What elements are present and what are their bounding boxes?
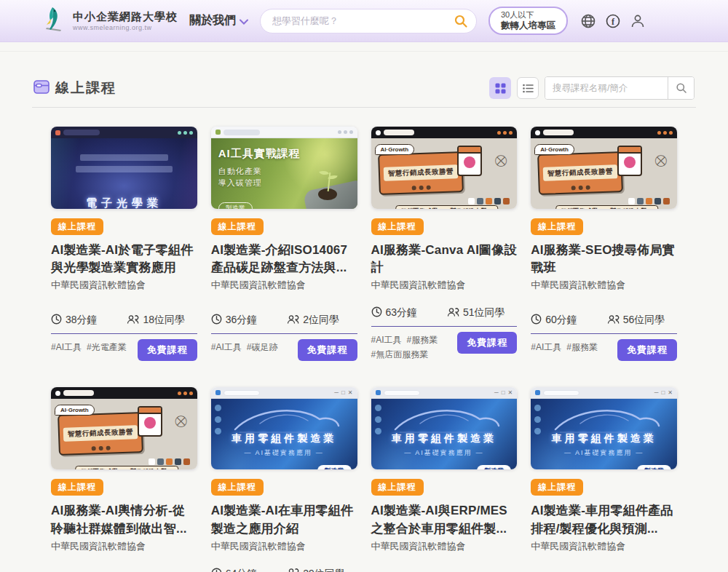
course-search-button[interactable] (668, 77, 694, 99)
course-title[interactable]: AI製造業-介紹ISO14067產品碳足跡盤查方法與... (211, 242, 357, 277)
card-footer: #AI工具#服務業#無店面服務業 免費課程 (371, 332, 518, 361)
course-title[interactable]: AI服務業-SEO搜尋佈局實戰班 (531, 242, 677, 277)
thumb-industry-badge: 製造業 (477, 465, 511, 469)
header-search-icon[interactable] (454, 14, 468, 28)
thumb-heading: 智慧行銷成長致勝營 (383, 164, 458, 181)
course-card[interactable]: 車用零組件製造業 車用零組件製造業 AI基礎實務應用 製造業 車用零組件製造業 (371, 387, 518, 572)
course-duration: 64分鐘 (226, 568, 258, 572)
header-search (260, 9, 477, 33)
course-provider: 中華民國資訊軟體協會 (371, 540, 518, 553)
course-title[interactable]: AI製造業-AI於電子零組件與光學製造業實務應用 (51, 242, 197, 277)
course-tag[interactable]: #AI工具 (51, 341, 82, 354)
dtx-zone-button[interactable]: 30人以下 數轉人培專區 (488, 7, 568, 35)
course-tag[interactable]: #AI工具 (531, 341, 561, 354)
course-tag[interactable]: #無店面服務業 (371, 348, 429, 362)
nav-about-label: 關於我們 (189, 13, 236, 28)
list-view-button[interactable] (517, 77, 539, 99)
course-thumbnail[interactable]: 車用零組件製造業 車用零組件製造業 AI基礎實務應用 製造業 車用零組件製造業 (211, 387, 357, 469)
students-icon (607, 314, 620, 327)
clock-icon (371, 306, 382, 319)
course-tag[interactable]: #AI工具 (211, 341, 242, 354)
thumb-industry-badge: 製造業 (637, 465, 671, 469)
course-tag[interactable]: #碳足跡 (247, 341, 278, 354)
free-course-button[interactable]: 免費課程 (298, 339, 357, 361)
free-course-button[interactable]: 免費課程 (617, 339, 677, 361)
cart-illustration: ⛒ (175, 415, 186, 428)
browser-chrome (51, 127, 197, 138)
thumbnail-art-orange: AI·Growth 智慧行銷成長致勝營 ⛒ 行銷不靠感覺，AI幫你精準出擊！ (531, 127, 677, 209)
course-thumbnail[interactable]: 智慧行銷成長致勝營 智慧行銷成長致勝營 AI·Growth 智慧行銷成長致勝營 (531, 127, 677, 209)
course-title[interactable]: AI服務業-Canva AI圖像設計 (371, 242, 518, 277)
course-card[interactable]: 電子光學業 電子光學業 電子光學業 ⛒ (51, 127, 197, 361)
thumb-bubble: AI·Growth (375, 144, 415, 155)
course-tag[interactable]: #AI工具 (371, 333, 402, 347)
thumb-caption: 行銷不靠感覺，AI幫你精準出擊！ (555, 205, 659, 209)
browser-chrome (211, 127, 357, 138)
course-provider: 中華民國資訊軟體協會 (211, 279, 357, 292)
thumb-line1: 自動化產業 (218, 166, 262, 177)
dtx-line2: 數轉人培專區 (501, 20, 555, 32)
course-thumbnail[interactable]: 車用零組件製造業 車用零組件製造業 AI基礎實務應用 製造業 車用零組件製造業 (531, 387, 677, 469)
course-type-badge: 線上課程 (211, 218, 264, 235)
course-card[interactable]: 車用零組件製造業 車用零組件製造業 AI基礎實務應用 製造業 車用零組件製造業 (211, 387, 357, 572)
clock-icon (211, 568, 222, 572)
course-tag[interactable]: #服務業 (407, 333, 438, 347)
dtx-line1: 30人以下 (501, 10, 555, 20)
course-tags: #AI工具#碳足跡 (211, 339, 278, 354)
car-outline-illustration (382, 402, 506, 435)
thumb-line1: AI基礎實務應用 (531, 448, 677, 458)
course-card[interactable]: 智慧行銷成長致勝營 智慧行銷成長致勝營 AI·Growth 智慧行銷成長致勝營 (531, 127, 677, 361)
thumb-caption: 行銷不靠感覺，AI幫你精準出擊！ (76, 466, 179, 469)
course-card[interactable]: 智慧行銷成長致勝營 智慧行銷成長致勝營 AI·Growth 智慧行銷成長致勝營 (371, 127, 518, 361)
course-tag[interactable]: #服務業 (566, 341, 598, 354)
course-thumbnail[interactable]: 智慧行銷成長致勝營 智慧行銷成長致勝營 AI·Growth 智慧行銷成長致勝營 (51, 387, 197, 469)
browser-chrome: ─□✕ (211, 387, 357, 399)
course-students: 18位同學 (143, 314, 185, 327)
clock-icon (51, 314, 62, 327)
thumbnail-art-orange: AI·Growth 智慧行銷成長致勝營 ⛒ 行銷不靠感覺，AI幫你精準出擊！ (371, 127, 518, 209)
thumbnail-art-car: ─□✕ 車用零組件製造業 AI基礎實務應用 製造業 (371, 387, 518, 469)
page-title: 線上課程 (55, 79, 116, 98)
header-search-input[interactable] (260, 9, 477, 33)
nav-about-us[interactable]: 關於我們 (189, 13, 248, 28)
thumbnail-art-orange: AI·Growth 智慧行銷成長致勝營 ⛒ 行銷不靠感覺，AI幫你精準出擊！ (51, 387, 197, 469)
course-tag[interactable]: #光電產業 (87, 341, 127, 354)
course-title[interactable]: AI製造業-AI與ERP/MES之整合於車用零組件製... (371, 502, 518, 537)
course-duration: 36分鐘 (226, 314, 258, 327)
site-logo[interactable]: 中小企業網路大學校 www.smelearning.org.tw (42, 6, 178, 36)
course-provider: 中華民國資訊軟體協會 (211, 540, 357, 553)
course-title[interactable]: AI服務業-AI輿情分析-從聆聽社群媒體到做出智... (51, 502, 197, 537)
course-title[interactable]: AI製造業-AI在車用零組件製造之應用介紹 (211, 502, 357, 537)
globe-icon[interactable] (579, 12, 597, 30)
free-course-button[interactable]: 免費課程 (138, 339, 197, 361)
storefront-illustration (457, 146, 482, 176)
course-card[interactable]: 智慧行銷成長致勝營 智慧行銷成長致勝營 AI·Growth 智慧行銷成長致勝營 (51, 387, 197, 572)
thumbnail-art-car: ─□✕ 車用零組件製造業 AI基礎實務應用 製造業 (211, 387, 357, 469)
course-thumbnail[interactable]: 電子光學業 電子光學業 電子光學業 ⛒ (51, 127, 197, 209)
course-card[interactable]: AI工具實戰課程 AI工具實戰課程 自動化產業 導入碳管理 製造業 AI工具實戰… (211, 127, 357, 361)
car-outline-illustration (222, 402, 346, 435)
course-type-badge: 線上課程 (51, 479, 103, 496)
course-type-badge: 線上課程 (531, 479, 583, 496)
grid-view-button[interactable] (489, 77, 511, 99)
course-search-input[interactable] (545, 77, 668, 99)
course-provider: 中華民國資訊軟體協會 (371, 279, 518, 292)
facebook-icon[interactable]: f (604, 12, 622, 30)
free-course-button[interactable]: 免費課程 (457, 332, 517, 354)
course-grid: 電子光學業 電子光學業 電子光學業 ⛒ (32, 108, 696, 572)
course-thumbnail[interactable]: AI工具實戰課程 AI工具實戰課程 自動化產業 導入碳管理 製造業 AI工具實戰… (211, 127, 357, 209)
car-outline-illustration (542, 402, 666, 435)
user-icon[interactable] (629, 12, 646, 30)
course-thumbnail[interactable]: 智慧行銷成長致勝營 智慧行銷成長致勝營 AI·Growth 智慧行銷成長致勝營 (371, 127, 518, 209)
card-divider (531, 333, 677, 334)
header-icons: f (579, 12, 646, 30)
course-provider: 中華民國資訊軟體協會 (531, 279, 677, 292)
card-footer: #AI工具#光電產業 免費課程 (51, 339, 197, 361)
course-title[interactable]: AI製造業-車用零組件產品排程/製程優化與預測... (531, 502, 677, 537)
thumb-heading: 車用零組件製造業 (531, 432, 677, 445)
online-courses-icon (33, 80, 50, 97)
clock-icon (531, 314, 542, 327)
course-card[interactable]: 車用零組件製造業 車用零組件製造業 AI基礎實務應用 製造業 車用零組件製造業 (531, 387, 677, 572)
course-meta: 36分鐘 2位同學 (211, 314, 357, 327)
course-thumbnail[interactable]: 車用零組件製造業 車用零組件製造業 AI基礎實務應用 製造業 車用零組件製造業 (371, 387, 518, 469)
